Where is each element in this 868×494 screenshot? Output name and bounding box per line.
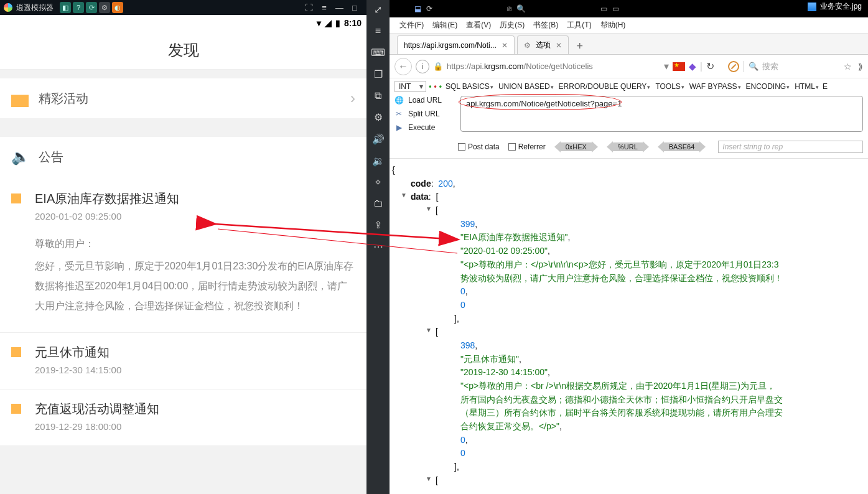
menu-overflow[interactable]: E	[823, 82, 828, 91]
menu-tools[interactable]: TOOLS	[654, 81, 685, 92]
tab-settings[interactable]: ⚙ 选项 ✕	[517, 35, 569, 54]
chip-base64[interactable]: BASE64	[658, 141, 706, 152]
tray-gear-icon[interactable]: ⚙	[99, 2, 110, 13]
split-url-button[interactable]: ✂Split URL	[394, 110, 450, 118]
menu-edit[interactable]: 编辑(E)	[429, 18, 461, 32]
noscript-icon[interactable]	[728, 61, 739, 72]
post-data-checkbox[interactable]: Post data	[458, 142, 500, 151]
menu-view[interactable]: 查看(V)	[462, 18, 495, 32]
expand-icon[interactable]: ⤢	[374, 4, 382, 16]
menu-html[interactable]: HTML	[793, 81, 820, 92]
flag-cn-icon[interactable]	[673, 62, 685, 71]
collapse-icon[interactable]: ▼	[426, 474, 432, 484]
search-box[interactable]: 🔍 搜索	[743, 61, 836, 72]
tray1-icon[interactable]: ▭	[600, 4, 607, 13]
emulator-titlebar[interactable]: 逍遥模拟器 ◧ ? ⟳ ⚙ ◐ ⛶ ≡ — □ ✕ «	[0, 0, 390, 15]
signal-icon: ◢	[325, 18, 332, 28]
layers-icon[interactable]: ❐	[374, 68, 383, 80]
tray-camera-icon[interactable]: ◧	[60, 2, 71, 13]
menu-sql-basics[interactable]: SQL BASICS	[444, 81, 495, 92]
menu-bookmarks[interactable]: 书签(B)	[530, 18, 562, 32]
chip-url[interactable]: %URL	[607, 141, 649, 152]
taskbar-group2: ⎚ 🔍	[507, 4, 526, 13]
bookmark-icon[interactable]: ☆	[844, 62, 852, 72]
location-icon[interactable]: ⌖	[375, 177, 381, 188]
windows-icon[interactable]: ⧉	[375, 90, 381, 101]
tray-user-icon[interactable]: ◐	[112, 2, 123, 13]
bullet-icon	[11, 404, 21, 414]
share-icon[interactable]: ⇪	[374, 219, 382, 231]
search2-icon[interactable]: 🔍	[516, 4, 526, 13]
tab-close-icon[interactable]: ✕	[556, 41, 562, 50]
activities-row[interactable]: 精彩活动 ›	[0, 78, 366, 118]
volume-down-icon[interactable]: 🔉	[372, 155, 385, 167]
speaker-icon: 🔈	[11, 148, 29, 165]
menu-encoding[interactable]: ENCODING	[745, 81, 791, 92]
keyboard-icon[interactable]: ⌨	[371, 47, 385, 58]
refresh-icon[interactable]: ⟳	[426, 4, 432, 13]
execute-button[interactable]: ▶Execute	[394, 123, 450, 132]
globe-icon: 🌐	[394, 96, 403, 105]
load-url-button[interactable]: 🌐Load URL	[394, 96, 450, 105]
referrer-checkbox[interactable]: Referrer	[508, 142, 546, 151]
extension-icon[interactable]: ◆	[689, 61, 696, 72]
menu2-icon[interactable]: ≡	[375, 26, 381, 37]
battery-icon: ▮	[335, 18, 340, 28]
hackbar-url-input[interactable]: api.krgsm.com/Notice/getNoticelist?page=…	[460, 96, 863, 132]
menu-union-based[interactable]: UNION BASED	[497, 81, 555, 92]
menu-waf-bypass[interactable]: WAF BYPASS	[688, 81, 742, 92]
tray2-icon[interactable]: ▭	[612, 4, 619, 13]
tray-sync-icon[interactable]: ⟳	[86, 2, 97, 13]
browser-window: ⬓ ⟳ ⎚ 🔍 ▭ ▭ 业务安全.jpg 文件(F) 编辑(E) 查看(V) 历…	[390, 0, 868, 494]
tab-active[interactable]: https://api.krgsm.com/Noti... ✕	[397, 35, 515, 54]
pin-icon[interactable]: ⎚	[507, 4, 511, 13]
collapse-icon[interactable]: ▼	[426, 204, 432, 214]
chevron-right-icon: ›	[350, 90, 355, 107]
folder-icon[interactable]: 🗀	[373, 198, 383, 209]
minimize-icon[interactable]: —	[335, 3, 343, 12]
menu-error-query[interactable]: ERROR/DOUBLE QUERY	[558, 81, 652, 92]
menu-tools[interactable]: 工具(T)	[563, 18, 595, 32]
menu-file[interactable]: 文件(F)	[396, 18, 427, 32]
json-html: "<p>尊敬的用户：</p>\r\n\r\n<p>您好，受元旦节影响，原定于20…	[460, 259, 778, 269]
browser-menubar: 文件(F) 编辑(E) 查看(V) 历史(S) 书签(B) 工具(T) 帮助(H…	[390, 17, 868, 34]
dot-green2-icon[interactable]: •	[439, 82, 442, 91]
fullscreen-icon[interactable]: ⛶	[305, 3, 313, 12]
tab-close-icon[interactable]: ✕	[502, 41, 508, 50]
notice-body: 尊敬的用户： 您好，受元旦节影响，原定于2020年1月01日23:30分发布的E…	[35, 234, 355, 316]
emulator-logo-icon	[4, 3, 12, 12]
new-tab-button[interactable]: +	[571, 38, 589, 54]
notice-item[interactable]: 充值返现活动调整通知 2019-12-29 18:00:00	[0, 389, 366, 446]
more-icon[interactable]: ⋯	[373, 241, 383, 253]
chip-hex[interactable]: 0xHEX	[554, 141, 598, 152]
reload-button[interactable]: ↻	[706, 60, 714, 72]
url-display[interactable]: https://api.krgsm.com/Notice/getNoticeli…	[447, 62, 660, 71]
overflow-icon[interactable]: ⟫	[858, 62, 863, 72]
notice-item[interactable]: 元旦休市通知 2019-12-30 14:15:00	[0, 333, 366, 389]
phone-screen: ▾ ◢ ▮ 8:10 发现 精彩活动 › 🔈 公告 EIA原油库存数据推迟通知 …	[0, 15, 366, 494]
back-button[interactable]: ←	[394, 58, 412, 75]
gear-icon[interactable]: ⚙	[374, 111, 383, 123]
json-time: 2020-01-02 09:25:00	[464, 246, 544, 256]
image-file-icon	[808, 2, 816, 11]
collapse-icon[interactable]: ▼	[401, 190, 407, 200]
menu-icon[interactable]: ≡	[322, 3, 327, 12]
desktop-file[interactable]: 业务安全.jpg	[808, 1, 862, 12]
json-title: 元旦休市通知	[464, 354, 516, 364]
menu-help[interactable]: 帮助(H)	[597, 18, 630, 32]
dot-green-icon[interactable]: •	[429, 82, 431, 91]
tray-help-icon[interactable]: ?	[73, 2, 84, 13]
phone-statusbar: ▾ ◢ ▮ 8:10	[0, 15, 366, 31]
tab-up-icon[interactable]: ⬓	[414, 4, 421, 13]
encoding-select[interactable]: INT	[394, 81, 426, 92]
dropdown-icon[interactable]: ▾	[664, 60, 669, 72]
volume-up-icon[interactable]: 🔊	[372, 133, 385, 145]
notice-item[interactable]: EIA原油库存数据推迟通知 2020-01-02 09:25:00 尊敬的用户：…	[0, 179, 366, 333]
dot-red-icon[interactable]: •	[434, 82, 437, 91]
tab-label: https://api.krgsm.com/Noti...	[404, 41, 497, 50]
insert-string-input[interactable]: Insert string to rep	[718, 141, 863, 153]
site-info-icon[interactable]: i	[416, 60, 429, 73]
collapse-icon[interactable]: ▼	[426, 325, 432, 335]
maximize-icon[interactable]: □	[352, 3, 357, 12]
menu-history[interactable]: 历史(S)	[496, 18, 528, 32]
